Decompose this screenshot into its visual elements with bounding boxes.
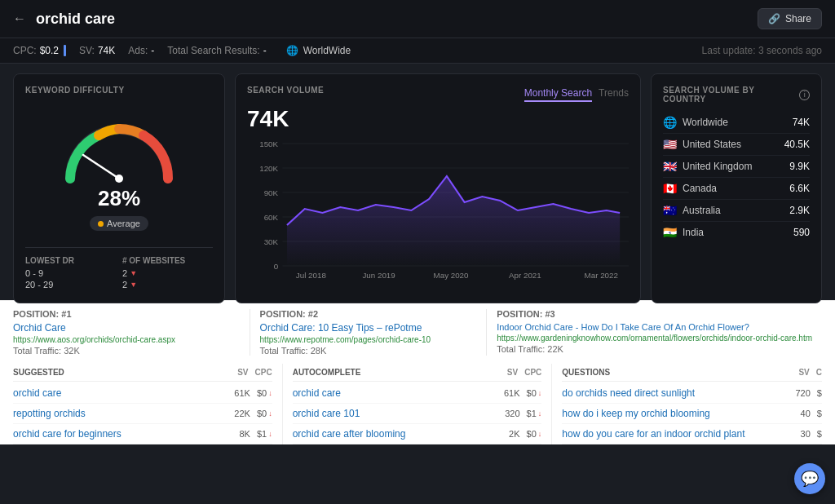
questions-col: QUESTIONS SV C do orchids need direct su… [552,364,822,444]
gauge-container: 28% Average [25,103,213,237]
badge-dot [98,221,104,227]
pos2-traffic: Total Traffic: 28K [260,346,477,356]
share-button[interactable]: 🔗 Share [758,8,822,29]
questions-row: how do i keep my orchid blooming40$ [562,404,822,424]
kw-c: $ [817,388,822,398]
trend-icon: ↓ [268,430,272,438]
suggested-col: SUGGESTED SV CPC orchid care61K$0 ↓repot… [13,364,283,444]
cpc-item: CPC: $0.2 [13,45,66,56]
kw-link[interactable]: repotting orchids [13,408,228,419]
questions-row: do orchids need direct sunlight720$ [562,383,822,404]
svg-text:May 2020: May 2020 [434,271,469,280]
suggested-row: repotting orchids22K$0 ↓ [13,404,272,424]
svg-text:0: 0 [274,262,278,271]
dashboard: KEYWORD DIFFICULTY [0,64,835,300]
pos2-url: https://www.repotme.com/pages/orchid-car… [260,335,477,344]
country-name: India [683,227,704,238]
cpc-bar [64,45,66,56]
kd-badge: Average [90,216,148,231]
tab-trends[interactable]: Trends [599,87,629,102]
pos3-label: POSITION: #3 [497,309,812,319]
kd-value: 28% [98,186,140,211]
kw-cpc: $0 ↓ [257,409,272,418]
kw-sv: 61K [234,388,250,398]
svg-text:60K: 60K [264,213,279,222]
country-value: 6.6K [789,183,810,194]
country-row[interactable]: 🇮🇳India590 [663,222,810,243]
svg-text:Apr 2021: Apr 2021 [509,271,541,280]
svg-text:120K: 120K [259,164,279,173]
pos3-url: https://www.gardeningknowhow.com/ornamen… [497,334,812,343]
country-row[interactable]: 🇨🇦Canada6.6K [663,178,810,200]
globe-icon: 🌐 [286,45,298,56]
autocomplete-row: orchid care61K$0 ↓ [293,383,542,404]
chart-area: 150K 120K 90K 60K 30K 0 Jul 2018 Jun 201… [247,135,629,291]
kw-link[interactable]: how do you care for an indoor orchid pla… [562,428,793,440]
pos1-traffic: Total Traffic: 32K [13,346,240,356]
flag-icon: 🌐 [663,116,677,129]
flag-icon: 🇨🇦 [663,182,677,195]
sv-header: SEARCH VOLUME Monthly Search Trends [247,86,629,103]
dr-count-1: 2▼ [122,268,213,278]
sv-tabs: Monthly Search Trends [524,87,629,102]
keyword-difficulty-card: KEYWORD DIFFICULTY [13,73,225,303]
total-item: Total Search Results: - [167,45,266,56]
pos2-link[interactable]: Orchid Care: 10 Easy Tips – rePotme [260,322,477,334]
dr-row-1: 0 - 9 [25,268,116,278]
suggested-rows: orchid care61K$0 ↓repotting orchids22K$0… [13,383,272,444]
questions-row: how do you care for an indoor orchid pla… [562,424,822,444]
kw-c: $ [817,409,822,418]
kw-link[interactable]: orchid care [13,387,228,399]
trend-icon: ↓ [538,409,542,418]
kw-link[interactable]: do orchids need direct sunlight [562,387,789,399]
country-left: 🇮🇳India [663,226,704,239]
back-button[interactable]: ← [13,11,26,26]
kw-link[interactable]: orchid care after blooming [293,428,502,440]
kw-cpc: $0 ↓ [527,429,542,439]
sv-big-value: 74K [247,106,629,132]
flag-icon: 🇦🇺 [663,204,677,217]
country-row[interactable]: 🌐Worldwide74K [663,112,810,134]
kw-sv: 2K [509,429,519,439]
kw-cpc: $0 ↓ [257,388,272,398]
page-title: orchid care [36,11,115,28]
positions-section: POSITION: #1 Orchid Care https://www.aos… [0,300,835,360]
gauge-wrapper [54,109,184,183]
dr-left: LOWEST DR 0 - 9 20 - 29 [25,256,116,291]
region-selector[interactable]: 🌐 WorldWide [286,45,351,56]
chat-button[interactable]: 💬 [794,463,825,494]
country-name: United States [683,139,741,150]
kw-link[interactable]: orchid care 101 [293,408,499,419]
dr-right: # OF WEBSITES 2▼ 2▼ [122,256,213,291]
pos1-link[interactable]: Orchid Care [13,322,240,334]
country-row[interactable]: 🇦🇺Australia2.9K [663,200,810,222]
svg-text:Mar 2022: Mar 2022 [585,271,618,280]
toolbar: CPC: $0.2 SV: 74K Ads: - Total Search Re… [0,38,835,64]
sv-title: SEARCH VOLUME [247,86,324,95]
country-row[interactable]: 🇺🇸United States40.5K [663,134,810,156]
flag-icon: 🇬🇧 [663,160,677,173]
kw-sv: 320 [505,409,519,418]
country-left: 🇨🇦Canada [663,182,717,195]
kw-link[interactable]: orchid care for beginners [13,428,232,440]
keyword-tables: SUGGESTED SV CPC orchid care61K$0 ↓repot… [0,360,835,444]
svg-text:Jun 2019: Jun 2019 [362,271,395,280]
position-3: POSITION: #3 Indoor Orchid Care - How Do… [487,309,822,356]
flag-icon: 🇮🇳 [663,226,677,239]
kw-c: $ [817,429,822,439]
country-row[interactable]: 🇬🇧United Kingdom9.9K [663,156,810,178]
tab-monthly[interactable]: Monthly Search [524,87,592,102]
dr-section: LOWEST DR 0 - 9 20 - 29 # OF WEBSITES 2▼… [25,247,213,291]
pos3-link[interactable]: Indoor Orchid Care - How Do I Take Care … [497,322,812,332]
link-icon: 🔗 [768,13,780,24]
pos3-traffic: Total Traffic: 22K [497,344,812,354]
kw-sv: 22K [234,409,250,418]
suggested-row: orchid care61K$0 ↓ [13,383,272,404]
trend-icon: ↓ [538,430,542,438]
header: ← orchid care 🔗 Share [0,0,835,38]
country-value: 2.9K [789,205,810,216]
kw-link[interactable]: how do i keep my orchid blooming [562,408,793,419]
country-card: SEARCH VOLUME BY COUNTRY i 🌐Worldwide74K… [651,73,822,303]
kw-link[interactable]: orchid care [293,387,497,399]
position-1: POSITION: #1 Orchid Care https://www.aos… [13,309,250,356]
